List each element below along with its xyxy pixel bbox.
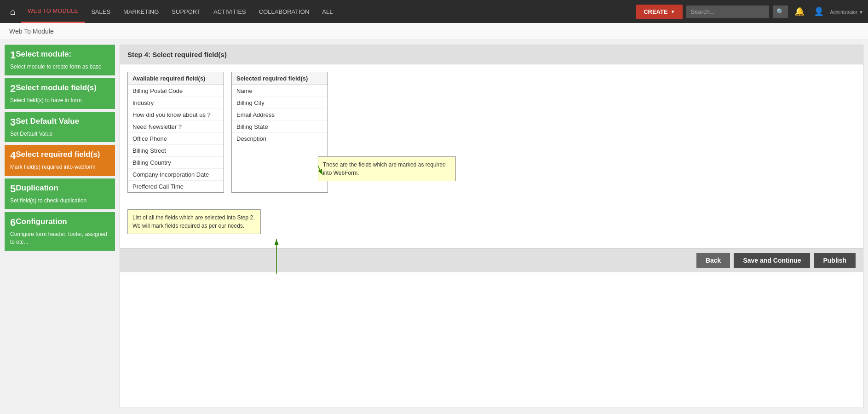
selected-fields-header: Selected required field(s) [232, 72, 328, 85]
page-title: Web To Module [9, 28, 859, 35]
available-fields-list: Billing Postal CodeIndustryHow did you k… [128, 85, 224, 192]
page-header: Web To Module [0, 23, 868, 40]
chevron-down-icon: ▼ [671, 9, 675, 14]
sidebar-step-6[interactable]: 6 Configuration Configure form header, f… [5, 212, 115, 251]
selected-field-item[interactable]: Description [232, 133, 328, 144]
available-field-item[interactable]: How did you know about us ? [128, 109, 224, 121]
nav-item-web-to-module[interactable]: WEB TO MODULE [21, 0, 85, 23]
admin-label[interactable]: Administrator ▼ [830, 8, 863, 15]
available-field-item[interactable]: Company Incorporation Date [128, 169, 224, 181]
available-field-item[interactable]: Industry [128, 97, 224, 109]
sidebar-step-3[interactable]: 3 Set Default Value Set Default Value [5, 112, 115, 143]
available-field-item[interactable]: Billing Street [128, 145, 224, 157]
back-button[interactable]: Back [696, 253, 730, 268]
selected-fields-list: NameBilling CityEmail AddressBilling Sta… [232, 85, 328, 144]
sidebar-step-1[interactable]: 1 Select module: Select module to create… [5, 45, 115, 75]
notifications-icon[interactable]: 🔔 [792, 5, 807, 18]
sidebar: 1 Select module: Select module to create… [5, 45, 115, 408]
top-navigation: ⌂ WEB TO MODULE SALES MARKETING SUPPORT … [0, 0, 868, 23]
nav-item-support[interactable]: SUPPORT [165, 0, 207, 23]
available-fields-panel: Available required field(s) Billing Post… [127, 72, 224, 193]
nav-item-all[interactable]: ALL [316, 0, 339, 23]
main-panel: Step 4: Select required field(s) Availab… [120, 45, 863, 408]
selected-field-item[interactable]: Name [232, 85, 328, 97]
sidebar-step-4[interactable]: 4 Select required field(s) Mark field(s)… [5, 145, 115, 176]
available-field-item[interactable]: Office Phone [128, 133, 224, 145]
nav-item-sales[interactable]: SALES [85, 0, 117, 23]
nav-item-activities[interactable]: ACTIVITIES [207, 0, 253, 23]
tooltip-selected: These are the fields which are marked as… [318, 156, 456, 181]
save-continue-button[interactable]: Save and Continue [734, 253, 810, 268]
search-icon-button[interactable]: 🔍 [773, 6, 788, 18]
footer: Back Save and Continue Publish [120, 248, 863, 272]
user-icon[interactable]: 👤 [811, 5, 827, 18]
search-input[interactable] [686, 6, 769, 18]
tooltip-available: List of all the fields which are selecte… [127, 209, 261, 234]
available-field-item[interactable]: Need Newsletter ? [128, 121, 224, 133]
available-field-item[interactable]: Preffered Call Time [128, 181, 224, 192]
selected-field-item[interactable]: Email Address [232, 109, 328, 121]
selected-field-item[interactable]: Billing State [232, 121, 328, 133]
selected-field-item[interactable]: Billing City [232, 97, 328, 109]
available-field-item[interactable]: Billing Country [128, 157, 224, 169]
sidebar-step-2[interactable]: 2 Select module field(s) Select field(s)… [5, 78, 115, 109]
step-header-bar: Step 4: Select required field(s) [120, 45, 863, 64]
publish-button[interactable]: Publish [814, 253, 856, 268]
nav-item-marketing[interactable]: MARKETING [117, 0, 165, 23]
selected-fields-panel: Selected required field(s) NameBilling C… [231, 72, 328, 193]
available-fields-header: Available required field(s) [128, 72, 224, 85]
sidebar-step-5[interactable]: 5 Duplication Set field(s) to check dupl… [5, 178, 115, 209]
available-field-item[interactable]: Billing Postal Code [128, 85, 224, 97]
nav-item-collaboration[interactable]: COLLABORATION [253, 0, 316, 23]
home-icon[interactable]: ⌂ [5, 6, 21, 17]
create-button[interactable]: CREATE ▼ [636, 5, 682, 19]
